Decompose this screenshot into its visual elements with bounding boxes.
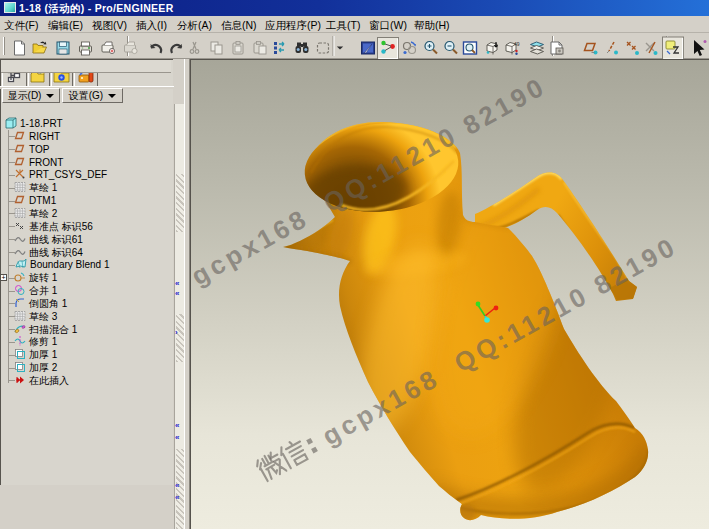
- svg-text:49: 49: [514, 41, 520, 47]
